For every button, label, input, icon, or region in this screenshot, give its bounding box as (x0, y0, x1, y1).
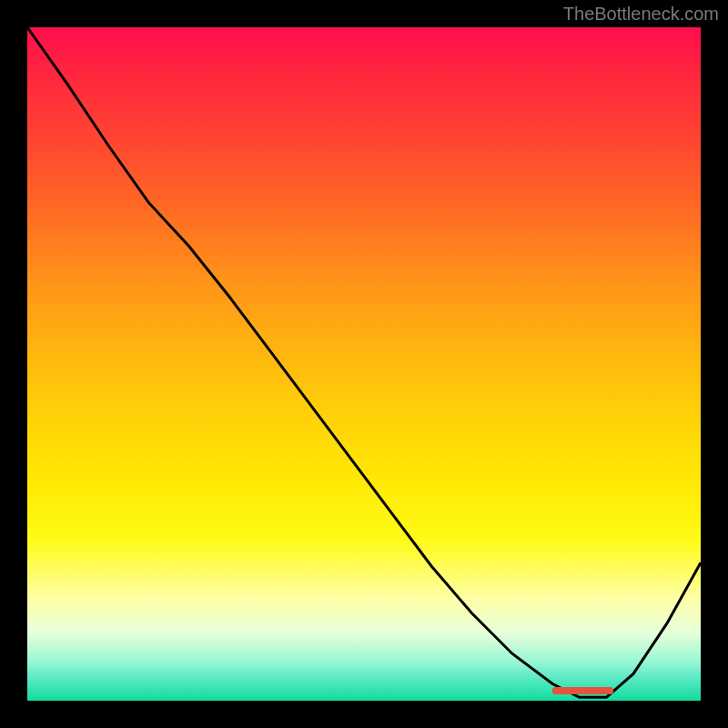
watermark-text: TheBottleneck.com (563, 4, 719, 25)
optimal-range-marker (552, 687, 613, 694)
bottleneck-curve (27, 27, 701, 701)
chart-plot-area (27, 27, 701, 701)
